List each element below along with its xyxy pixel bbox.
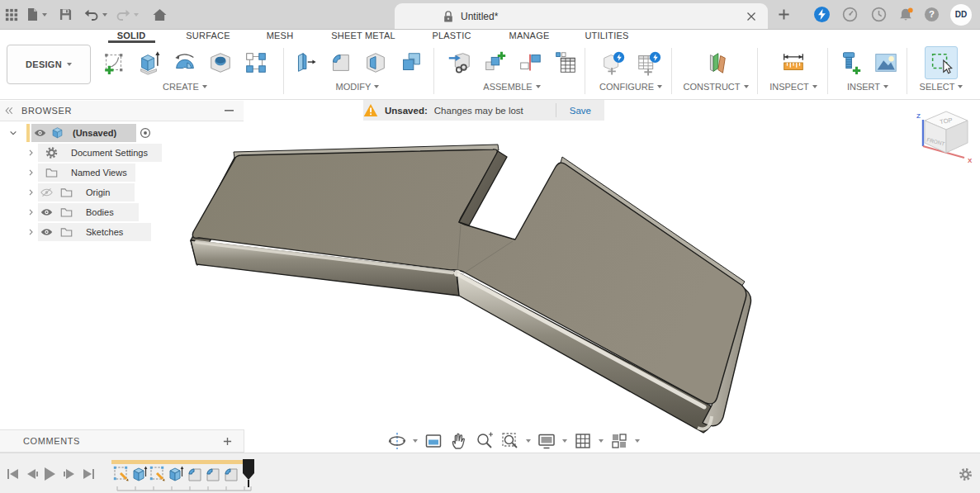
display-settings-caret[interactable] <box>562 439 567 443</box>
visibility-eye-icon[interactable] <box>40 207 53 217</box>
chevron-right-icon[interactable] <box>26 208 36 217</box>
tab-manage[interactable]: MANAGE <box>509 31 550 40</box>
tab-solid[interactable]: SOLID <box>117 31 146 40</box>
settings-gear-icon[interactable] <box>959 467 973 481</box>
timeline-marker[interactable] <box>242 459 255 487</box>
timeline-feature-sketch[interactable] <box>112 465 130 483</box>
add-comment-icon[interactable] <box>223 437 232 446</box>
chevron-right-icon[interactable] <box>26 149 36 158</box>
save-button[interactable] <box>59 0 72 29</box>
zoom-window-caret[interactable] <box>526 439 531 443</box>
orbit-icon[interactable] <box>386 430 408 452</box>
activate-component-radio[interactable] <box>140 127 151 139</box>
group-label-select[interactable]: SELECT <box>910 82 973 92</box>
viewports-caret[interactable] <box>635 439 640 443</box>
history-clock-icon[interactable] <box>871 0 887 29</box>
job-status-icon[interactable] <box>813 0 831 29</box>
row-label[interactable]: Named Views <box>71 168 127 178</box>
step-forward-button[interactable] <box>63 468 76 480</box>
insert-fastener-button[interactable] <box>836 48 865 78</box>
bom-button[interactable] <box>551 48 580 78</box>
go-to-start-button[interactable] <box>7 468 20 480</box>
design-workspace-button[interactable]: DESIGN <box>7 45 91 84</box>
timeline-feature-fillet[interactable] <box>203 465 221 483</box>
configuration-button[interactable] <box>599 48 628 78</box>
zoom-window-icon[interactable] <box>499 430 521 452</box>
visibility-eye-icon[interactable] <box>34 128 46 138</box>
home-icon[interactable] <box>153 0 167 29</box>
collapse-panel-icon[interactable] <box>5 107 13 115</box>
tab-sheet-metal[interactable]: SHEET METAL <box>331 31 395 40</box>
create-sketch-button[interactable] <box>99 48 129 78</box>
measure-button[interactable] <box>779 48 808 78</box>
group-label-inspect[interactable]: INSPECT <box>761 82 826 92</box>
group-label-assemble[interactable]: ASSEMBLE <box>439 82 585 92</box>
undo-button[interactable] <box>84 0 107 29</box>
row-label[interactable]: Origin <box>86 187 110 197</box>
insert-derive-button[interactable] <box>444 48 474 78</box>
visibility-eye-icon[interactable] <box>40 227 53 237</box>
configuration-table-button[interactable] <box>634 48 664 78</box>
browser-row-bodies[interactable]: Bodies <box>0 202 244 222</box>
redo-button[interactable] <box>116 0 139 29</box>
root-component-label[interactable]: (Unsaved) <box>73 128 116 138</box>
tab-mesh[interactable]: MESH <box>267 31 294 40</box>
new-tab-button[interactable] <box>778 0 790 29</box>
group-label-configure[interactable]: CONFIGURE <box>591 82 670 92</box>
document-tab[interactable]: Untitled* <box>395 3 768 29</box>
chevron-down-icon[interactable] <box>8 128 18 138</box>
pan-icon[interactable] <box>448 430 470 452</box>
play-button[interactable] <box>43 467 56 481</box>
combine-button[interactable] <box>396 48 426 78</box>
browser-row-origin[interactable]: Origin <box>0 183 244 202</box>
browser-row-named-views[interactable]: Named Views <box>0 163 244 183</box>
help-icon[interactable]: ? <box>924 0 940 29</box>
look-at-icon[interactable] <box>423 430 444 452</box>
grid-display-icon[interactable] <box>572 430 594 452</box>
extrude-button[interactable] <box>135 48 164 78</box>
view-cube[interactable]: Z X TOP FRONT <box>911 107 980 173</box>
tab-utilities[interactable]: UTILITIES <box>585 31 628 40</box>
chevron-right-icon[interactable] <box>26 188 36 197</box>
browser-row-document-settings[interactable]: Document Settings <box>0 143 244 163</box>
comments-panel[interactable]: COMMENTS <box>0 429 244 453</box>
canvas-image-button[interactable] <box>871 48 901 78</box>
file-new-caret[interactable] <box>42 13 47 17</box>
tab-surface[interactable]: SURFACE <box>186 31 230 40</box>
timeline-feature-fillet[interactable] <box>221 465 239 483</box>
grid-display-caret[interactable] <box>599 439 604 443</box>
joint-button[interactable] <box>515 48 545 78</box>
timeline-ruler[interactable] <box>116 485 252 491</box>
chevron-right-icon[interactable] <box>26 228 36 237</box>
browser-row-root[interactable]: (Unsaved) <box>0 123 244 143</box>
fillet-button[interactable] <box>325 48 355 78</box>
save-link[interactable]: Save <box>556 106 604 116</box>
timeline-feature-sketch[interactable] <box>149 465 167 483</box>
timeline-feature-fillet[interactable] <box>185 465 203 483</box>
go-to-end-button[interactable] <box>82 468 95 480</box>
model-canvas[interactable]: Unsaved: Changes may be lost Save BROWSE… <box>0 100 980 453</box>
group-label-create[interactable]: CREATE <box>97 82 272 92</box>
shell-button[interactable] <box>361 48 391 78</box>
hole-button[interactable] <box>206 48 235 78</box>
group-label-insert[interactable]: INSERT <box>831 82 905 92</box>
file-new-button[interactable] <box>26 0 47 29</box>
notifications-bell-icon[interactable] <box>897 0 915 29</box>
step-back-button[interactable] <box>26 468 39 480</box>
timeline-feature-extrude[interactable] <box>167 465 185 483</box>
orbit-caret[interactable] <box>413 439 418 443</box>
group-label-construct[interactable]: CONSTRUCT <box>677 82 755 92</box>
viewports-icon[interactable] <box>608 430 630 452</box>
browser-row-sketches[interactable]: Sketches <box>0 222 244 242</box>
display-settings-icon[interactable] <box>536 430 557 452</box>
redo-caret[interactable] <box>134 13 139 17</box>
visibility-off-eye-icon[interactable] <box>40 187 53 198</box>
timeline-feature-extrude[interactable] <box>130 465 149 483</box>
close-tab-icon[interactable] <box>746 12 756 21</box>
row-label[interactable]: Document Settings <box>71 148 148 158</box>
zoom-icon[interactable] <box>474 430 495 452</box>
group-label-modify[interactable]: MODIFY <box>289 82 426 92</box>
row-label[interactable]: Bodies <box>86 207 114 217</box>
construction-plane-button[interactable] <box>701 48 731 78</box>
pattern-button[interactable] <box>241 48 271 78</box>
